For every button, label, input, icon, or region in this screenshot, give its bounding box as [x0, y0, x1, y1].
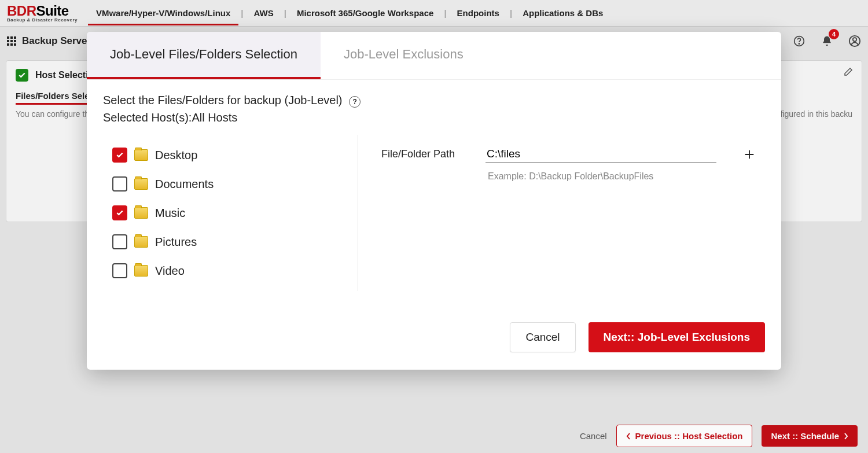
modal-cancel-button[interactable]: Cancel: [510, 322, 575, 352]
folder-label: Pictures: [155, 235, 197, 249]
tab-selection[interactable]: Job-Level Files/Folders Selection: [87, 32, 321, 79]
folder-item-pictures[interactable]: Pictures: [103, 227, 358, 256]
folder-icon: [134, 178, 148, 190]
folder-icon: [134, 236, 148, 248]
folder-icon: [134, 149, 148, 161]
modal-overlay: Job-Level Files/Folders Selection Job-Le…: [0, 0, 868, 453]
folder-label: Desktop: [155, 149, 197, 162]
folder-label: Video: [155, 264, 185, 278]
checkbox-documents[interactable]: [112, 176, 127, 191]
folder-list: DesktopDocumentsMusicPicturesVideo: [103, 135, 358, 291]
folder-item-documents[interactable]: Documents: [103, 170, 358, 198]
modal-heading-text: Select the Files/Folders for backup (Job…: [103, 94, 343, 106]
path-label: File/Folder Path: [381, 148, 462, 160]
path-example: Example: D:\Backup Folder\BackupFiles: [488, 171, 759, 182]
selected-hosts-label: Selected Host(s):: [103, 111, 192, 124]
modal-tabs: Job-Level Files/Folders Selection Job-Le…: [87, 32, 781, 80]
checkbox-music[interactable]: [112, 205, 127, 220]
plus-icon: [743, 148, 756, 161]
folder-icon: [134, 207, 148, 219]
selected-hosts: Selected Host(s):All Hosts: [103, 111, 765, 124]
help-tooltip-icon[interactable]: ?: [349, 96, 361, 108]
folder-item-video[interactable]: Video: [103, 256, 358, 285]
folder-label: Documents: [155, 178, 214, 191]
tab-exclusions[interactable]: Job-Level Exclusions: [321, 32, 487, 79]
checkbox-video[interactable]: [112, 263, 127, 278]
files-folders-modal: Job-Level Files/Folders Selection Job-Le…: [87, 32, 781, 370]
selected-hosts-value: All Hosts: [192, 111, 237, 124]
checkbox-desktop[interactable]: [112, 148, 127, 163]
folder-icon: [134, 265, 148, 277]
modal-next-button[interactable]: Next:: Job-Level Exclusions: [589, 322, 765, 352]
modal-heading: Select the Files/Folders for backup (Job…: [103, 94, 765, 108]
add-path-button[interactable]: [740, 148, 759, 161]
folder-item-desktop[interactable]: Desktop: [103, 141, 358, 170]
folder-item-music[interactable]: Music: [103, 198, 358, 227]
folder-label: Music: [155, 207, 185, 220]
path-input[interactable]: [486, 145, 716, 163]
checkbox-pictures[interactable]: [112, 234, 127, 249]
modal-footer: Cancel Next:: Job-Level Exclusions: [87, 305, 781, 370]
